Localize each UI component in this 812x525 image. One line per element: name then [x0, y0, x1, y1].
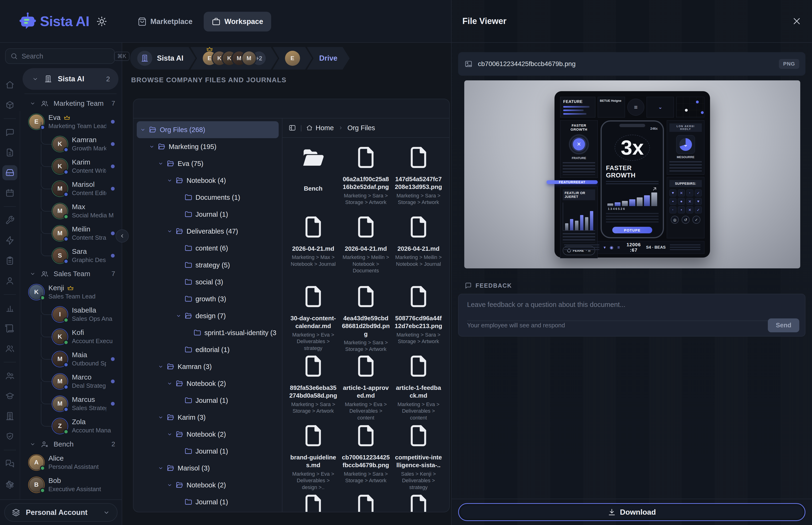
rail-item-shield-check[interactable] [2, 429, 17, 444]
rail-item-graduation-cap[interactable] [2, 388, 17, 404]
rail-item-users-round[interactable] [2, 368, 17, 383]
team-section-bench[interactable]: Bench2 [22, 437, 119, 451]
member-bob[interactable]: BBobExecutive Assistant [22, 474, 119, 496]
panel-toggle-icon[interactable] [289, 124, 296, 132]
file-card[interactable]: competitive-intelligence-sista-..Sales >… [394, 420, 443, 490]
rail-item-scroll[interactable] [2, 321, 17, 336]
file-card[interactable]: 06a2a1f00c25a816b2e52daf.pngMarketing > … [342, 142, 390, 211]
file-card[interactable] [394, 490, 443, 512]
rail-item-file-text[interactable] [2, 145, 17, 160]
file-card[interactable]: brand-guidelines.mdMarketing > Eva > Del… [289, 420, 337, 490]
tree-item-strategy[interactable]: strategy (5) [137, 257, 279, 273]
breadcrumb-team-avatars[interactable]: EKKMM +2 [190, 47, 278, 70]
member-karim[interactable]: KKarimContent Writer [22, 155, 119, 177]
tree-item-marisol[interactable]: Marisol (3) [137, 460, 279, 477]
breadcrumb-user-avatar[interactable]: E [273, 47, 312, 70]
tree-item-journal[interactable]: Journal (1) [137, 206, 279, 223]
tree-item-social[interactable]: social (3) [137, 273, 279, 290]
tree-item-design[interactable]: design (7) [137, 308, 279, 324]
tree-item-marketing[interactable]: Marketing (195) [137, 138, 279, 155]
personal-account-switcher[interactable]: Personal Account [4, 503, 118, 522]
file-card[interactable] [342, 490, 390, 512]
member-zola[interactable]: ZZolaAccount Mana [22, 415, 119, 437]
tree-item-notebook[interactable]: Notebook (2) [137, 375, 279, 392]
tree-item-deliverables[interactable]: Deliverables (47) [137, 223, 279, 240]
close-icon[interactable] [792, 16, 802, 26]
rail-item-messages[interactable] [2, 456, 17, 471]
member-marco[interactable]: MMarcoDeal Strategist [22, 370, 119, 392]
file-card[interactable]: 2026-04-21.mdMarketing > Meilin > Notebo… [342, 211, 390, 281]
tree-item-content[interactable]: content (6) [137, 240, 279, 257]
rail-item-chat[interactable] [2, 125, 17, 140]
rail-item-building[interactable] [2, 409, 17, 424]
rail-item-cube[interactable] [2, 97, 17, 112]
folder-card[interactable]: Bench [289, 142, 337, 211]
file-card[interactable]: 147d54a5247fc7208e13d953.pngMarketing > … [394, 142, 443, 211]
tree-item-org-files[interactable]: Org Files (268) [137, 121, 279, 138]
breadcrumb-drive[interactable]: Drive [307, 47, 350, 70]
breadcrumb-current[interactable]: Org Files [348, 124, 375, 132]
tree-item-documents[interactable]: Documents (1) [137, 189, 279, 206]
file-card[interactable]: 2026-04-21.mdMarketing > Max > Notebook … [289, 211, 337, 281]
tree-item-editorial[interactable]: editorial (1) [137, 341, 279, 358]
file-card[interactable]: cb700612234425fbccb4679b.pngMarketing > … [342, 420, 390, 490]
member-max[interactable]: MMaxSocial Media M [22, 200, 119, 222]
feedback-input[interactable] [467, 301, 796, 318]
tree-item-kamran[interactable]: Kamran (3) [137, 358, 279, 375]
search-input[interactable] [21, 52, 110, 60]
member-kenji[interactable]: KKenjiSales Team Lead [22, 281, 119, 303]
tree-item-journal[interactable]: Journal (1) [137, 443, 279, 460]
member-alice[interactable]: AAlicePersonal Assistant [22, 451, 119, 474]
theme-toggle-sun-icon[interactable] [96, 15, 108, 27]
file-card[interactable]: 4ea43d9e59cbd68681d2bd9d.pngMarketing > … [342, 281, 390, 351]
rail-item-clipboard[interactable] [2, 253, 17, 268]
file-card[interactable] [289, 490, 337, 512]
rail-item-gear[interactable] [2, 478, 17, 493]
member-kamran[interactable]: KKamranGrowth Market [22, 133, 119, 155]
tab-workspace[interactable]: Workspace [204, 12, 271, 31]
download-button[interactable]: Download [458, 503, 806, 521]
file-card[interactable]: 2026-04-21.mdMarketing > Meilin > Notebo… [394, 211, 443, 281]
rail-item-users[interactable] [2, 341, 17, 356]
tree-item-notebook[interactable]: Notebook (2) [137, 426, 279, 443]
member-maia[interactable]: MMaiaOutbound Spe [22, 348, 119, 370]
member-marcus[interactable]: MMarcusSales Strategis [22, 392, 119, 415]
team-section-marketing-team[interactable]: Marketing Team7 [22, 96, 119, 110]
app-logo[interactable]: Sista AI [18, 0, 89, 42]
avatar: M [52, 352, 67, 366]
file-card[interactable]: 508776cd96a44f12d7ebc213.pngMarketing > … [394, 281, 443, 351]
member-sara[interactable]: SSaraGraphic Desig [22, 244, 119, 267]
tree-item-journal[interactable]: Journal (1) [137, 392, 279, 409]
tree-item-eva[interactable]: Eva (75) [137, 155, 279, 172]
tree-item-growth[interactable]: growth (3) [137, 290, 279, 308]
rail-item-bar-chart[interactable] [2, 301, 17, 316]
tree-item-notebook[interactable]: Notebook (2) [137, 477, 279, 494]
rail-item-zap[interactable] [2, 233, 17, 248]
org-selector[interactable]: Sista AI 2 [22, 68, 119, 90]
rail-item-home[interactable] [2, 77, 17, 92]
sidebar-collapse-handle[interactable] [116, 229, 129, 242]
tree-item-karim[interactable]: Karim (3) [137, 409, 279, 426]
breadcrumb-org[interactable]: Sista AI [130, 47, 196, 70]
member-marisol[interactable]: MMarisolContent Editor [22, 177, 119, 200]
tree-item-sprint1-visual-identity[interactable]: sprint1-visual-identity (3) [137, 324, 279, 341]
member-kofi[interactable]: KKofiAccount Execu [22, 326, 119, 348]
rail-item-calendar[interactable] [2, 185, 17, 200]
member-isabella[interactable]: IIsabellaSales Ops Ana [22, 303, 119, 326]
team-section-sales-team[interactable]: Sales Team7 [22, 267, 119, 281]
member-eva[interactable]: EEvaMarketing Team Lead [22, 110, 119, 133]
breadcrumb-home[interactable]: Home [306, 124, 334, 132]
rail-item-user[interactable] [2, 273, 17, 288]
file-card[interactable]: 30-day-content-calendar.mdMarketing > Ev… [289, 281, 337, 351]
search-bar[interactable]: ⌘K [5, 48, 115, 64]
tree-item-journal[interactable]: Journal (1) [137, 494, 279, 510]
file-card[interactable]: 892fa53e6eba35274bd0a58d.pngMarketing > … [289, 351, 337, 420]
file-card[interactable]: article-1-feedback.mdMarketing > Eva > D… [394, 351, 443, 420]
tree-item-notebook[interactable]: Notebook (4) [137, 172, 279, 189]
send-button[interactable]: Send [768, 318, 799, 332]
tab-marketplace[interactable]: Marketplace [130, 12, 200, 31]
member-meilin[interactable]: MMeilinContent Strate [22, 222, 119, 244]
rail-item-drive[interactable] [2, 165, 17, 180]
file-card[interactable]: article-1-approved.mdMarketing > Eva > D… [342, 351, 390, 420]
rail-item-wrench[interactable] [2, 213, 17, 228]
